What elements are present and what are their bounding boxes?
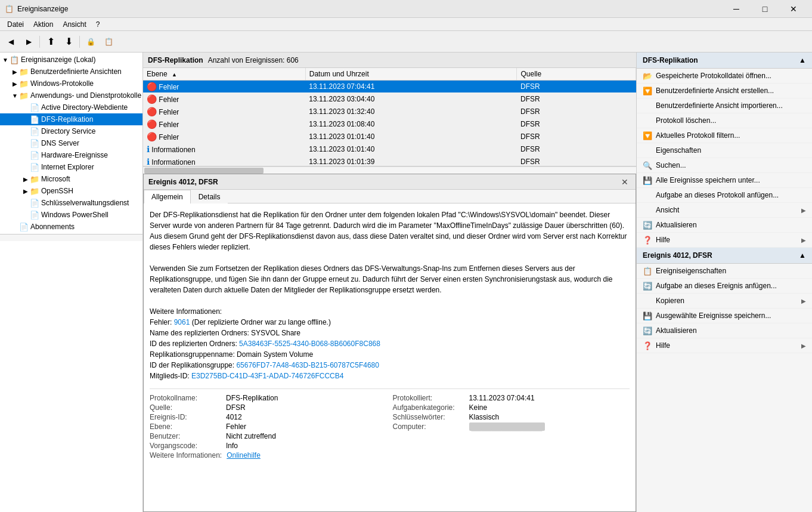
field-protokollname: Protokollname: DFS-Replikation (150, 394, 387, 402)
forward-button[interactable]: ▶ (20, 33, 37, 50)
table-row[interactable]: ℹ Informationen13.11.2023 01:01:39DFSR (143, 156, 636, 167)
action-filter-log[interactable]: 🔽 Aktuelles Protokoll filtern... (637, 128, 812, 143)
error-icon: 🔴 (147, 82, 157, 91)
detail-tabs: Allgemein Details (144, 190, 636, 203)
action-attach-task[interactable]: Aufgabe an dieses Protokoll anfügen... (637, 188, 812, 203)
tree-item-ie[interactable]: 📄 Internet Explorer (0, 161, 142, 173)
actions-section-toggle-event[interactable]: ▲ (799, 251, 806, 260)
hscroll-thumb[interactable] (144, 168, 264, 174)
back-button[interactable]: ◀ (2, 33, 19, 50)
save-all-icon: 💾 (643, 175, 652, 185)
tree-icon-ms: 📁 (30, 174, 39, 184)
left-panel: ▼ 📋 Ereignisanzeige (Lokal) ▶ 📁 Benutzer… (0, 53, 143, 512)
list-button[interactable]: 📋 (100, 33, 117, 50)
clear-log-icon (643, 116, 652, 125)
detail-close-button[interactable]: ✕ (619, 176, 631, 188)
action-create-view[interactable]: 🔽 Benutzerdefinierte Ansicht erstellen..… (637, 84, 812, 98)
actions-section-title-event: Ereignis 4012, DFSR (643, 251, 712, 260)
table-row[interactable]: 🔴 Fehler13.11.2023 07:04:41DFSR (143, 81, 636, 93)
copy-arrow: ▶ (801, 298, 806, 304)
event-table: Ebene ▲ Datum und Uhrzeit Quelle 🔴 Fehle… (143, 68, 636, 166)
action-refresh-1[interactable]: 🔄 Aktualisieren (637, 218, 812, 233)
field-benutzer: Benutzer: Nicht zutreffend (150, 432, 387, 440)
table-row[interactable]: 🔴 Fehler13.11.2023 01:32:40DFSR (143, 106, 636, 118)
tab-details[interactable]: Details (191, 190, 228, 203)
lock-button[interactable]: 🔒 (82, 33, 99, 50)
field-schluesselwoerter: Schlüsselwörter: Klassisch (393, 413, 630, 421)
down-button[interactable]: ⬇ (60, 33, 77, 50)
action-clear-log[interactable]: Protokoll löschen... (637, 113, 812, 128)
help-1-arrow: ▶ (801, 237, 806, 243)
tree-item-root[interactable]: ▼ 📋 Ereignisanzeige (Lokal) (0, 54, 142, 66)
action-properties[interactable]: Eigenschaften (637, 143, 812, 158)
tree-item-hardware[interactable]: 📄 Hardware-Ereignisse (0, 149, 142, 161)
tree-item-powershell[interactable]: 📄 Windows PowerShell (0, 209, 142, 221)
menu-ansicht[interactable]: Ansicht (58, 19, 91, 30)
col-date[interactable]: Datum und Uhrzeit (305, 68, 517, 81)
tree-toggle-custom[interactable]: ▶ (11, 67, 19, 76)
action-label-event-props: Ereigniseigenschaften (656, 267, 806, 275)
tree-item-dns[interactable]: 📄 DNS Server (0, 137, 142, 149)
cell-level: 🔴 Fehler (143, 106, 305, 118)
col-level[interactable]: Ebene ▲ (143, 68, 305, 81)
menu-help[interactable]: ? (91, 19, 105, 30)
menu-aktion[interactable]: Aktion (29, 19, 58, 30)
action-label-attach-task: Aufgabe an dieses Protokoll anfügen... (656, 191, 806, 199)
tree-toggle-root[interactable]: ▼ (1, 55, 10, 64)
action-view[interactable]: Ansicht ▶ (637, 203, 812, 218)
tree-toggle-ssh[interactable]: ▶ (21, 187, 30, 195)
action-open-saved[interactable]: 📂 Gespeicherte Protokolldatei öffnen... (637, 69, 812, 84)
action-copy[interactable]: Kopieren ▶ (637, 294, 812, 309)
action-label-search: Suchen... (656, 161, 806, 169)
tab-allgemein[interactable]: Allgemein (144, 190, 191, 203)
tree-label-km: Schlüsselverwaltungsdienst (41, 199, 129, 207)
tree-toggle-winlogs[interactable]: ▶ (11, 79, 19, 88)
event-table-container[interactable]: Ebene ▲ Datum und Uhrzeit Quelle 🔴 Fehle… (143, 68, 636, 166)
table-row[interactable]: ℹ Informationen13.11.2023 01:01:40DFSR (143, 143, 636, 156)
actions-section-dfs: DFS-Replikation ▲ 📂 Gespeicherte Protoko… (637, 53, 812, 248)
tree-icon-dns: 📄 (30, 138, 39, 148)
tree-item-app-logs[interactable]: ▼ 📁 Anwendungs- und Dienstprotokolle (0, 90, 142, 101)
attach-task-icon (643, 190, 652, 200)
table-row[interactable]: 🔴 Fehler13.11.2023 03:04:40DFSR (143, 93, 636, 106)
action-attach-event-task[interactable]: 🔄 Aufgabe an dieses Ereignis anfügen... (637, 279, 812, 294)
actions-section-header-event: Ereignis 4012, DFSR ▲ (637, 248, 812, 264)
actions-section-event: Ereignis 4012, DFSR ▲ 📋 Ereigniseigensch… (637, 248, 812, 353)
action-event-props[interactable]: 📋 Ereigniseigenschaften (637, 264, 812, 279)
action-help-1[interactable]: ❓ Hilfe ▶ (637, 233, 812, 248)
table-row[interactable]: 🔴 Fehler13.11.2023 01:08:40DFSR (143, 118, 636, 131)
detail-content[interactable]: Der DFS-Replikationsdienst hat die Repli… (144, 203, 636, 511)
tree-item-openssh[interactable]: ▶ 📁 OpenSSH (0, 185, 142, 197)
maximize-button[interactable]: □ (751, 0, 779, 18)
create-view-icon: 🔽 (643, 86, 652, 95)
center-panel: DFS-Replikation Anzahl von Ereignissen: … (143, 53, 636, 512)
tree-label-ie: Internet Explorer (41, 163, 94, 171)
action-save-selected[interactable]: 💾 Ausgewählte Ereignisse speichern... (637, 309, 812, 323)
refresh-1-icon: 🔄 (643, 220, 652, 230)
table-hscroll[interactable] (143, 166, 636, 174)
tree-toggle-ms[interactable]: ▶ (21, 175, 30, 183)
action-import-view[interactable]: Benutzerdefinierte Ansicht importieren..… (637, 98, 812, 113)
action-save-all[interactable]: 💾 Alle Ereignisse speichern unter... (637, 173, 812, 188)
col-source[interactable]: Quelle (517, 68, 636, 81)
menu-datei[interactable]: Datei (2, 19, 29, 30)
tree-item-ad[interactable]: 📄 Active Directory-Webdiente (0, 101, 142, 113)
tree-item-subscriptions[interactable]: 📄 Abonnements (0, 221, 142, 233)
minimize-button[interactable]: ─ (723, 0, 750, 18)
actions-section-toggle-dfs[interactable]: ▲ (799, 56, 806, 64)
tree-item-dfs[interactable]: 📄 DFS-Replikation (0, 113, 142, 125)
tree-item-keymanage[interactable]: 📄 Schlüsselverwaltungsdienst (0, 197, 142, 209)
tree-item-win-logs[interactable]: ▶ 📁 Windows-Protokolle (0, 78, 142, 90)
tree-item-microsoft[interactable]: ▶ 📁 Microsoft (0, 173, 142, 185)
action-help-2[interactable]: ❓ Hilfe ▶ (637, 338, 812, 353)
action-refresh-2[interactable]: 🔄 Aktualisieren (637, 323, 812, 338)
tree-item-custom-views[interactable]: ▶ 📁 Benutzerdefinierte Ansichten (0, 66, 142, 78)
left-panel-scrollbar[interactable] (0, 234, 142, 241)
tree-item-directory[interactable]: 📄 Directory Service (0, 125, 142, 137)
table-row[interactable]: 🔴 Fehler13.11.2023 01:01:40DFSR (143, 131, 636, 143)
action-search[interactable]: 🔍 Suchen... (637, 158, 812, 173)
tree-toggle-applogs[interactable]: ▼ (11, 91, 19, 100)
toolbar: ◀ ▶ ⬆ ⬇ 🔒 📋 (0, 31, 812, 53)
close-button[interactable]: ✕ (780, 0, 807, 18)
up-button[interactable]: ⬆ (42, 33, 59, 50)
